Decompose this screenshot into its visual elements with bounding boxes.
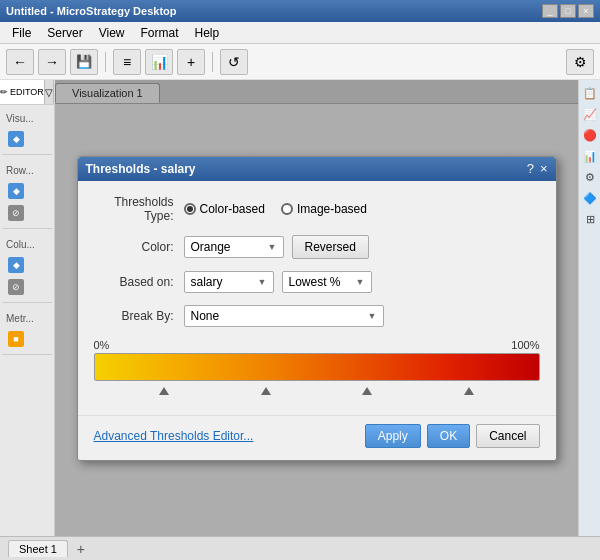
none-value: None [191, 309, 220, 323]
radio-color-indicator[interactable] [184, 203, 196, 215]
apply-button[interactable]: Apply [365, 424, 421, 448]
rows-label: Row... [6, 165, 48, 176]
back-btn[interactable]: ← [6, 49, 34, 75]
dialog-footer: Advanced Thresholds Editor... Apply OK C… [78, 415, 556, 460]
right-icon-2[interactable]: 📈 [581, 105, 599, 123]
data-btn[interactable]: ≡ [113, 49, 141, 75]
rows-icon: ◆ [8, 183, 24, 199]
none-arrow-icon: ▼ [368, 311, 377, 321]
gradient-bar[interactable] [94, 353, 540, 381]
color-select[interactable]: Orange ▼ [184, 236, 284, 258]
rows-icon2: ⊘ [8, 205, 24, 221]
color-value: Orange [191, 240, 231, 254]
break-by-controls: None ▼ [184, 305, 540, 327]
thresholds-type-row: Thresholds Type: Color-based Image-based [94, 195, 540, 223]
chart-btn[interactable]: 📊 [145, 49, 173, 75]
cancel-button[interactable]: Cancel [476, 424, 539, 448]
based-on-controls: salary ▼ Lowest % ▼ [184, 271, 540, 293]
lowest-pct-select[interactable]: Lowest % ▼ [282, 271, 372, 293]
lowest-pct-arrow-icon: ▼ [356, 277, 365, 287]
filter-tab[interactable]: ▽ [45, 80, 54, 104]
marker-1-triangle[interactable] [159, 387, 169, 395]
save-btn[interactable]: 💾 [70, 49, 98, 75]
minimize-btn[interactable]: _ [542, 4, 558, 18]
marker-3[interactable] [362, 387, 372, 395]
footer-buttons: Apply OK Cancel [365, 424, 540, 448]
dialog-title: Thresholds - salary [86, 162, 196, 176]
dialog-close-btn[interactable]: × [540, 161, 548, 176]
marker-3-triangle[interactable] [362, 387, 372, 395]
editor-tab[interactable]: ✏ EDITOR [0, 80, 45, 104]
rows-item2[interactable]: ⊘ [6, 202, 48, 224]
cols-label: Colu... [6, 239, 48, 250]
marker-2[interactable] [261, 387, 271, 395]
options-btn[interactable]: ⚙ [566, 49, 594, 75]
metr-label: Metr... [6, 313, 48, 324]
gradient-section: 0% 100% [94, 339, 540, 397]
salary-select[interactable]: salary ▼ [184, 271, 274, 293]
thresholds-dialog: Thresholds - salary ? × Thresholds Type: [77, 156, 557, 461]
maximize-btn[interactable]: □ [560, 4, 576, 18]
metr-icon: ■ [8, 331, 24, 347]
radio-color-based[interactable]: Color-based [184, 202, 265, 216]
dialog-help-btn[interactable]: ? [527, 161, 534, 176]
right-icon-5[interactable]: ⚙ [581, 168, 599, 186]
marker-2-triangle[interactable] [261, 387, 271, 395]
color-arrow-icon: ▼ [268, 242, 277, 252]
rows-item[interactable]: ◆ [6, 180, 48, 202]
toolbar: ← → 💾 ≡ 📊 + ↺ ⚙ [0, 44, 600, 80]
menu-server[interactable]: Server [39, 24, 90, 42]
salary-value: salary [191, 275, 223, 289]
right-icon-3[interactable]: 🔴 [581, 126, 599, 144]
marker-4[interactable] [464, 387, 474, 395]
none-select[interactable]: None ▼ [184, 305, 384, 327]
menu-format[interactable]: Format [132, 24, 186, 42]
salary-arrow-icon: ▼ [258, 277, 267, 287]
radio-image-based[interactable]: Image-based [281, 202, 367, 216]
ok-button[interactable]: OK [427, 424, 470, 448]
menu-view[interactable]: View [91, 24, 133, 42]
right-icon-7[interactable]: ⊞ [581, 210, 599, 228]
visu-label: Visu... [6, 113, 48, 124]
close-window-btn[interactable]: × [578, 4, 594, 18]
refresh-btn[interactable]: ↺ [220, 49, 248, 75]
center-area: Visualization 1 Thresholds - salary ? × [55, 80, 578, 536]
right-panel: 📋 📈 🔴 📊 ⚙ 🔷 ⊞ [578, 80, 600, 536]
metr-item[interactable]: ■ [6, 328, 48, 350]
modal-overlay: Thresholds - salary ? × Thresholds Type: [55, 80, 578, 536]
cols-item2[interactable]: ⊘ [6, 276, 48, 298]
marker-4-triangle[interactable] [464, 387, 474, 395]
dialog-title-bar: Thresholds - salary ? × [78, 157, 556, 181]
visu-item[interactable]: ◆ [6, 128, 48, 150]
main-area: ✏ EDITOR ▽ ⚙ Visu... ◆ Row... ◆ ⊘ [0, 80, 600, 536]
forward-btn[interactable]: → [38, 49, 66, 75]
advanced-link[interactable]: Advanced Thresholds Editor... [94, 429, 254, 443]
color-label: Color: [94, 240, 184, 254]
dialog-title-controls: ? × [527, 161, 548, 176]
visuations-section: Visu... ◆ [2, 109, 52, 155]
lowest-pct-value: Lowest % [289, 275, 341, 289]
radio-group: Color-based Image-based [184, 202, 367, 216]
color-controls: Orange ▼ Reversed [184, 235, 540, 259]
metr-section: Metr... ■ [2, 309, 52, 355]
percent-0: 0% [94, 339, 110, 351]
sep2 [212, 52, 213, 72]
break-by-label: Break By: [94, 309, 184, 323]
sheet-tab[interactable]: Sheet 1 [8, 540, 68, 557]
cols-item[interactable]: ◆ [6, 254, 48, 276]
radio-image-indicator[interactable] [281, 203, 293, 215]
marker-1[interactable] [159, 387, 169, 395]
gradient-bar-container [94, 353, 540, 381]
menu-help[interactable]: Help [187, 24, 228, 42]
right-icon-1[interactable]: 📋 [581, 84, 599, 102]
right-icon-6[interactable]: 🔷 [581, 189, 599, 207]
dialog-body: Thresholds Type: Color-based Image-based [78, 181, 556, 415]
sep1 [105, 52, 106, 72]
status-bar: Sheet 1 + [0, 536, 600, 560]
right-icon-4[interactable]: 📊 [581, 147, 599, 165]
add-sheet-btn[interactable]: + [72, 540, 90, 558]
cols-icon: ◆ [8, 257, 24, 273]
menu-file[interactable]: File [4, 24, 39, 42]
add-btn[interactable]: + [177, 49, 205, 75]
reversed-button[interactable]: Reversed [292, 235, 369, 259]
